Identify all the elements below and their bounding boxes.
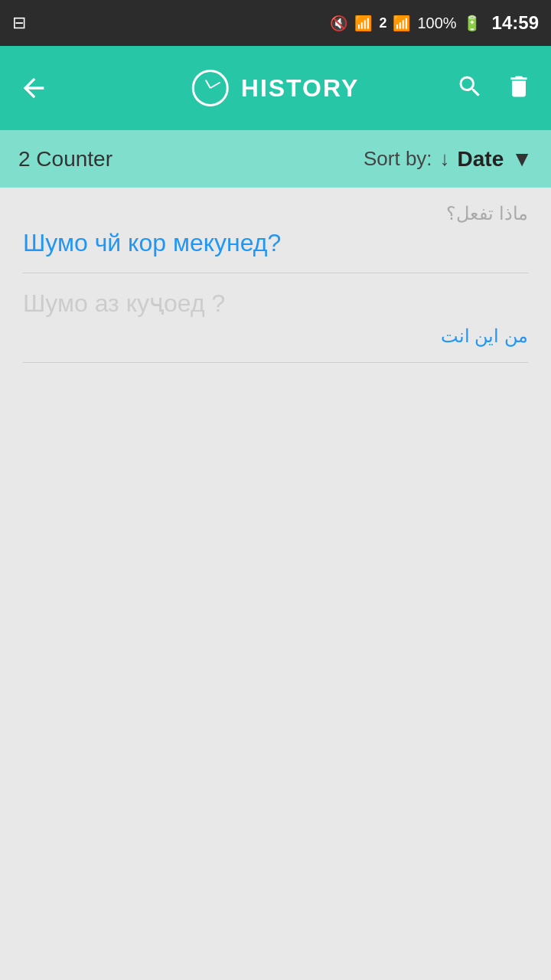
sort-bar: 2 Counter Sort by: ↓ Date ▼ [0, 130, 551, 188]
trash-icon [505, 73, 533, 100]
clock-icon [192, 70, 229, 106]
arabic-text-2: من این انت [23, 325, 528, 347]
status-bar-right: 🔇 📶 2 📶 100% 🔋 14:59 [330, 12, 539, 34]
arabic-text-1: ماذا تفعل؟ [23, 203, 528, 224]
sim-icon: 2 [379, 15, 386, 31]
list-item[interactable]: Шумо аз куҷоед ? من این انت [0, 273, 551, 347]
wifi-icon: 📶 [354, 15, 373, 32]
back-arrow-icon [18, 73, 49, 103]
list-item[interactable]: ماذا تفعل؟ Шумо чй кор мекунед? [0, 188, 551, 257]
status-bar: ⊟ 🔇 📶 2 📶 100% 🔋 14:59 [0, 0, 551, 46]
sort-by-label: Sort by: [364, 147, 432, 171]
app-bar-actions [456, 73, 533, 103]
sort-direction-icon[interactable]: ↓ [440, 147, 450, 171]
screenshot-icon: ⊟ [12, 13, 26, 33]
status-time: 14:59 [492, 12, 539, 34]
app-bar-title: HISTORY [241, 74, 359, 103]
search-icon [456, 73, 484, 100]
clock-hand-minute [210, 82, 220, 89]
sort-field-label: Date [458, 147, 504, 172]
status-bar-left: ⊟ [12, 13, 26, 33]
sort-dropdown-icon[interactable]: ▼ [511, 147, 533, 172]
search-button[interactable] [456, 73, 484, 103]
sort-controls[interactable]: Sort by: ↓ Date ▼ [364, 147, 533, 172]
tajik-text-1: Шумо чй кор мекунед? [23, 229, 528, 257]
app-bar: HISTORY [0, 46, 551, 130]
counter-label: 2 Counter [18, 147, 112, 172]
delete-button[interactable] [505, 73, 533, 103]
battery-percent: 100% [417, 15, 456, 32]
back-button[interactable] [18, 73, 49, 103]
app-bar-title-group: HISTORY [192, 70, 359, 106]
tajik-text-2: Шумо аз куҷоед ? [23, 289, 528, 318]
divider-2 [23, 362, 528, 363]
mute-icon: 🔇 [330, 15, 348, 32]
battery-icon: 🔋 [463, 15, 481, 32]
signal-icon: 📶 [393, 15, 411, 32]
content-area: ماذا تفعل؟ Шумо чй кор мекунед? Шумо аз … [0, 188, 551, 363]
